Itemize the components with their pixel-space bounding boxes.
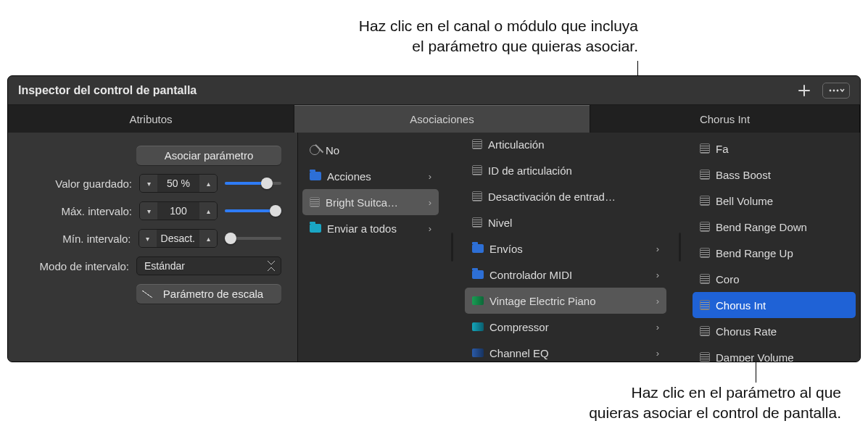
item-label: Vintage Electric Piano bbox=[489, 295, 650, 307]
item-vintage-electric-piano[interactable]: Vintage Electric Piano › bbox=[465, 288, 666, 314]
min-range-slider[interactable] bbox=[225, 231, 281, 246]
chevron-right-icon: › bbox=[429, 223, 431, 234]
item-label: Acciones bbox=[327, 170, 423, 183]
param-icon bbox=[700, 222, 710, 232]
max-range-field[interactable]: 100 bbox=[157, 205, 199, 217]
item-chorus-int[interactable]: Chorus Int bbox=[693, 292, 856, 318]
item-label: Controlador MIDI bbox=[489, 269, 650, 281]
folder-icon bbox=[310, 224, 321, 233]
plugin-icon bbox=[472, 349, 484, 357]
item-label: Bright Suitca… bbox=[326, 196, 423, 209]
item-bell-volume[interactable]: Bell Volume bbox=[693, 188, 856, 214]
item-label: Damper Volume bbox=[716, 351, 848, 362]
param-icon bbox=[472, 139, 482, 149]
annotation-bottom: Haz clic en el parámetro al que quieras … bbox=[450, 383, 841, 424]
browser-column-3: Fa Bass Boost Bell Volume Bend Range Dow… bbox=[688, 133, 860, 362]
ellipsis-chevron-icon bbox=[827, 85, 845, 96]
titlebar: Inspector del control de pantalla bbox=[8, 76, 860, 105]
saved-value-slider[interactable] bbox=[225, 176, 281, 191]
item-send-all[interactable]: Enviar a todos › bbox=[302, 215, 439, 241]
chevron-up-icon[interactable]: ▴ bbox=[199, 175, 217, 192]
param-icon bbox=[472, 165, 482, 175]
plugin-icon bbox=[472, 322, 484, 331]
channel-strip-icon bbox=[310, 197, 320, 207]
chevron-down-icon[interactable]: ▾ bbox=[140, 175, 157, 192]
saved-value-field[interactable]: 50 % bbox=[157, 178, 199, 189]
min-range-field[interactable]: Desact. bbox=[157, 233, 199, 244]
item-compressor[interactable]: Compressor › bbox=[465, 314, 666, 340]
item-label: Enviar a todos bbox=[327, 222, 423, 235]
param-icon bbox=[700, 352, 710, 362]
saved-value-label: Valor guardado: bbox=[34, 178, 132, 190]
more-menu-button[interactable] bbox=[822, 83, 850, 99]
param-icon bbox=[700, 326, 710, 336]
param-icon bbox=[472, 191, 482, 201]
item-level[interactable]: Nivel bbox=[465, 209, 666, 235]
item-articulation[interactable]: Articulación bbox=[465, 133, 666, 157]
chevron-right-icon: › bbox=[656, 322, 659, 333]
chevron-right-icon: › bbox=[429, 171, 431, 182]
tab-attributes[interactable]: Atributos bbox=[8, 105, 294, 133]
tab-parameter[interactable]: Chorus Int bbox=[590, 105, 860, 133]
item-input-deactivation[interactable]: Desactivación de entrad… bbox=[465, 183, 666, 209]
item-channel-eq[interactable]: Channel EQ › bbox=[465, 340, 666, 362]
range-mode-select[interactable]: Estándar bbox=[136, 256, 281, 275]
param-icon bbox=[700, 143, 710, 154]
saved-value-stepper[interactable]: ▾ 50 % ▴ bbox=[139, 174, 218, 193]
tab-associations[interactable]: Asociaciones bbox=[294, 105, 590, 133]
item-sends[interactable]: Envíos › bbox=[465, 235, 666, 262]
item-bass-boost[interactable]: Bass Boost bbox=[693, 162, 856, 188]
item-coro[interactable]: Coro bbox=[693, 266, 856, 292]
item-chorus-rate[interactable]: Chorus Rate bbox=[693, 318, 856, 344]
param-icon bbox=[472, 217, 482, 228]
attributes-pane: Asociar parámetro Valor guardado: ▾ 50 %… bbox=[8, 133, 298, 362]
svg-point-2 bbox=[837, 89, 839, 91]
browser-column-1: No Acciones › Bright Suitca… › Envi bbox=[298, 133, 443, 362]
item-label: ID de articulación bbox=[488, 164, 659, 177]
none-icon bbox=[310, 145, 320, 155]
item-label: Bass Boost bbox=[716, 169, 848, 181]
item-bend-range-down[interactable]: Bend Range Down bbox=[693, 214, 856, 240]
item-actions[interactable]: Acciones › bbox=[302, 163, 439, 189]
item-label: Bend Range Up bbox=[716, 247, 848, 259]
max-range-slider[interactable] bbox=[225, 204, 281, 218]
chevron-right-icon: › bbox=[656, 243, 659, 254]
param-icon bbox=[700, 170, 710, 180]
item-label: Chorus Rate bbox=[716, 325, 848, 338]
item-label: Compressor bbox=[489, 321, 650, 333]
item-bright-suitcase[interactable]: Bright Suitca… › bbox=[302, 189, 439, 215]
min-range-stepper[interactable]: ▾ Desact. ▴ bbox=[139, 229, 218, 248]
chevron-up-icon[interactable]: ▴ bbox=[199, 230, 217, 247]
item-label: Fa bbox=[716, 143, 848, 155]
tabs: Atributos Asociaciones Chorus Int bbox=[8, 105, 860, 133]
chevron-right-icon: › bbox=[656, 296, 659, 306]
chevron-right-icon: › bbox=[656, 348, 659, 359]
folder-icon bbox=[310, 172, 321, 180]
column-browser: No Acciones › Bright Suitca… › Envi bbox=[298, 133, 860, 362]
panel-title: Inspector del control de pantalla bbox=[18, 84, 197, 97]
item-label: Envíos bbox=[489, 243, 650, 255]
item-none[interactable]: No bbox=[302, 137, 439, 163]
add-button[interactable] bbox=[793, 82, 815, 99]
chevron-down-icon[interactable]: ▾ bbox=[139, 230, 157, 247]
scale-parameter-button[interactable]: Parámetro de escala bbox=[136, 284, 281, 304]
svg-point-0 bbox=[830, 89, 832, 91]
column-divider[interactable] bbox=[671, 133, 688, 362]
column-divider[interactable] bbox=[443, 133, 460, 362]
associate-parameter-button[interactable]: Asociar parámetro bbox=[136, 146, 281, 165]
param-icon bbox=[700, 300, 710, 310]
max-range-stepper[interactable]: ▾ 100 ▴ bbox=[139, 201, 218, 220]
item-label: Channel EQ bbox=[489, 347, 650, 359]
inspector-panel: Inspector del control de pantalla Atribu… bbox=[7, 75, 861, 362]
item-articulation-id[interactable]: ID de articulación bbox=[465, 157, 666, 183]
chevron-up-icon[interactable]: ▴ bbox=[199, 202, 217, 220]
item-label: Chorus Int bbox=[716, 299, 848, 312]
item-fa[interactable]: Fa bbox=[693, 135, 856, 162]
item-damper-volume[interactable]: Damper Volume bbox=[693, 344, 856, 362]
item-label: Desactivación de entrad… bbox=[488, 191, 659, 203]
param-icon bbox=[700, 248, 710, 258]
item-label: No bbox=[326, 144, 431, 157]
item-midi-controller[interactable]: Controlador MIDI › bbox=[465, 262, 666, 288]
chevron-down-icon[interactable]: ▾ bbox=[140, 202, 157, 220]
item-bend-range-up[interactable]: Bend Range Up bbox=[693, 240, 856, 266]
